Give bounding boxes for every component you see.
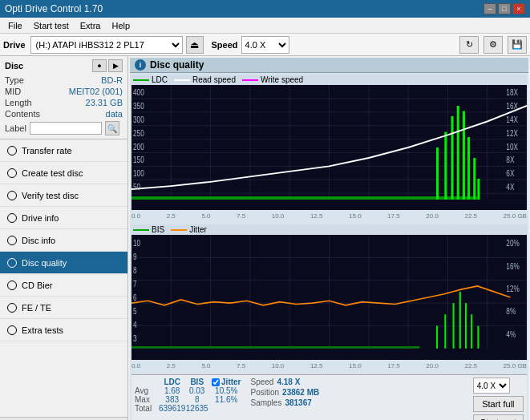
disc-icon-2[interactable]: ▶ [108,59,123,72]
legend-ldc-label: LDC [152,75,168,84]
close-button[interactable]: × [512,3,525,14]
label-search-button[interactable]: 🔍 [105,121,119,135]
svg-text:6X: 6X [506,170,515,179]
length-value: 23.31 GB [86,98,123,107]
disc-icon-1[interactable]: ● [92,59,107,72]
sidebar-item-cd-bier[interactable]: CD Bier [0,274,127,297]
sidebar-item-disc-info[interactable]: Disc info [0,229,127,252]
svg-text:200: 200 [133,143,144,151]
sidebar-item-verify-test-disc[interactable]: Verify test disc [0,184,127,207]
speed-row: Speed 4.18 X [251,378,320,386]
svg-text:5: 5 [133,306,137,317]
drivebar: Drive (H:) ATAPI iHBS312 2 PL17 ⏏ Speed … [0,34,530,56]
start-part-button[interactable]: Start part [473,414,524,420]
main-layout: Disc ● ▶ Type BD-R MID MEIT02 (001) Leng… [0,56,530,420]
speed-value-stat: 4.18 X [277,378,300,386]
svg-text:12%: 12% [506,284,520,294]
titlebar-title: Opti Drive Control 1.70 [5,3,103,14]
svg-text:10: 10 [133,238,141,248]
total-ldc: 639619 [159,404,185,413]
verify-test-disc-icon [6,190,18,201]
create-test-disc-icon [6,168,18,179]
avg-bis: 0.03 [185,386,208,395]
legend-read-speed-label: Read speed [192,75,236,84]
svg-text:150: 150 [133,156,144,165]
svg-rect-59 [459,292,461,349]
disc-quality-icon-header: i [135,59,146,71]
svg-rect-58 [453,303,455,349]
mid-value: MEIT02 (001) [69,87,123,96]
minimize-button[interactable]: – [483,3,496,14]
svg-text:4%: 4% [506,329,516,339]
position-label: Position [251,388,280,397]
legend-jitter: Jitter [171,225,207,234]
speed-label-stat: Speed [251,378,274,386]
write-speed-color [242,79,258,81]
disc-panel: Disc ● ▶ Type BD-R MID MEIT02 (001) Leng… [0,56,127,139]
save-button[interactable]: 💾 [508,36,527,54]
bottom-chart-svg: 10 9 8 7 6 5 4 3 20% 16% 12% 8% 4% [131,235,527,360]
sidebar-label-disc-quality: Disc quality [22,258,67,268]
refresh-button[interactable]: ↻ [459,36,479,54]
stats-panel: LDC BIS Jitter Avg 1.68 0.03 10.5% [131,374,527,420]
test-speed-select[interactable]: 4.0 X [473,378,510,394]
app-title: Opti Drive Control 1.70 [5,3,103,14]
svg-text:250: 250 [133,129,144,138]
cd-bier-icon [6,280,18,291]
svg-rect-19 [444,132,447,200]
legend-jitter-label: Jitter [189,225,207,234]
svg-text:20%: 20% [506,238,520,248]
avg-label: Avg [135,386,159,395]
speed-select[interactable]: 4.0 X [241,36,289,54]
sidebar-item-create-test-disc[interactable]: Create test disc [0,162,127,184]
disc-quality-title: Disc quality [150,59,204,71]
sidebar: Disc ● ▶ Type BD-R MID MEIT02 (001) Leng… [0,56,128,420]
top-chart-container: LDC Read speed Write speed [131,75,527,210]
sidebar-item-fe-te[interactable]: FE / TE [0,297,127,319]
ldc-header: LDC [159,378,185,386]
start-full-button[interactable]: Start full [473,396,524,412]
sidebar-item-drive-info[interactable]: Drive info [0,207,127,229]
sidebar-label-extra-tests: Extra tests [22,325,63,335]
max-label: Max [135,395,159,404]
menu-start-test[interactable]: Start test [29,19,74,32]
drive-label: Drive [3,40,26,50]
bottom-chart-container: BIS Jitter [131,224,527,360]
svg-text:300: 300 [133,115,144,124]
svg-rect-60 [465,303,467,349]
svg-text:16%: 16% [506,260,520,271]
maximize-button[interactable]: □ [498,3,511,14]
sidebar-label-verify-test-disc: Verify test disc [22,191,79,200]
samples-value: 381367 [285,398,311,407]
sidebar-item-transfer-rate[interactable]: Transfer rate [0,139,127,162]
eject-button[interactable]: ⏏ [186,36,204,54]
status-window-button[interactable]: Status window >> [0,417,127,420]
total-label: Total [135,404,159,413]
max-jitter: 11.6% [208,395,244,404]
sidebar-label-fe-te: FE / TE [22,303,51,313]
jitter-color [171,229,187,231]
jitter-checkbox[interactable] [212,378,220,386]
stats-table: LDC BIS Jitter Avg 1.68 0.03 10.5% [135,378,245,413]
sidebar-item-disc-quality[interactable]: Disc quality [0,252,127,274]
content-area: i Disc quality LDC Read speed [128,56,530,420]
settings-button[interactable]: ⚙ [483,36,503,54]
fe-te-icon [6,302,18,313]
contents-value: data [106,109,123,119]
sidebar-item-extra-tests[interactable]: Extra tests [0,319,127,341]
menu-help[interactable]: Help [107,19,135,32]
svg-text:8X: 8X [506,156,515,165]
speed-position-panel: Speed 4.18 X Position 23862 MB Samples 3… [251,378,320,407]
position-value: 23862 MB [282,388,319,397]
svg-text:14X: 14X [506,115,518,124]
ldc-color [133,79,149,81]
label-input[interactable] [30,122,102,135]
speed-select-row: 4.0 X [473,378,524,394]
disc-panel-title: Disc [5,61,23,71]
menu-file[interactable]: File [3,19,27,32]
bis-color [133,229,149,231]
drive-select[interactable]: (H:) ATAPI iHBS312 2 PL17 [30,36,183,54]
top-legend: LDC Read speed Write speed [131,75,527,85]
jitter-header: Jitter [208,378,244,386]
menu-extra[interactable]: Extra [75,19,106,32]
